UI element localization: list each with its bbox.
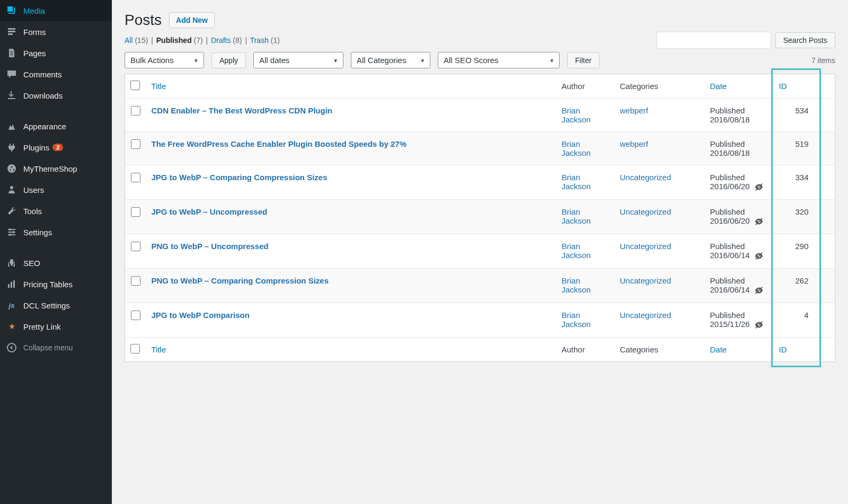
sidebar-item-label: Pricing Tables (23, 280, 73, 289)
pricing-icon (6, 279, 17, 289)
row-checkbox[interactable] (131, 311, 140, 320)
search-posts-button[interactable]: Search Posts (775, 32, 835, 48)
date-filter-select[interactable]: All dates (253, 52, 343, 68)
row-checkbox[interactable] (131, 106, 140, 116)
post-author-link[interactable]: Brian Jackson (562, 242, 591, 260)
add-new-button[interactable]: Add New (169, 12, 215, 28)
svg-rect-1 (8, 31, 15, 32)
pages-icon (6, 48, 17, 58)
sidebar-item-dcl-settings[interactable]: jsDCL Settings (0, 295, 112, 316)
column-title-footer[interactable]: Title (152, 345, 166, 354)
search-input[interactable] (657, 32, 771, 49)
row-checkbox[interactable] (131, 276, 140, 286)
post-title-link[interactable]: JPG to WebP – Uncompressed (152, 207, 268, 216)
post-id: 519 (774, 132, 819, 165)
filter-trash-link[interactable]: Trash (1) (250, 36, 280, 45)
seo-filter-select[interactable]: All SEO Scores (438, 52, 560, 68)
post-category-link[interactable]: Uncategorized (620, 207, 672, 216)
post-id: 262 (774, 269, 819, 303)
post-category-link[interactable]: webperf (620, 139, 648, 148)
collapse-label: Collapse menu (23, 343, 73, 352)
post-status: Published (710, 242, 768, 251)
post-category-link[interactable]: Uncategorized (620, 242, 672, 251)
post-category-link[interactable]: webperf (620, 106, 648, 115)
sidebar-item-downloads[interactable]: Downloads (0, 85, 112, 106)
main-content: Posts Add New All (15) | Published (7) |… (112, 0, 848, 504)
comments-icon (6, 69, 17, 79)
dcl-icon: js (6, 300, 17, 311)
downloads-icon (6, 90, 17, 101)
row-checkbox[interactable] (131, 139, 140, 149)
post-title-link[interactable]: JPG to WebP Comparison (152, 311, 250, 320)
row-checkbox[interactable] (131, 242, 140, 251)
column-id[interactable]: ID (779, 82, 787, 91)
select-all-checkbox[interactable] (130, 81, 140, 90)
appearance-icon (6, 121, 17, 131)
admin-sidebar: MediaFormsPagesCommentsDownloadsAppearan… (0, 0, 112, 504)
post-status: Published (710, 276, 768, 285)
sidebar-item-pages[interactable]: Pages (0, 42, 112, 64)
bulk-actions-select[interactable]: Bulk Actions (125, 52, 204, 68)
post-author-link[interactable]: Brian Jackson (562, 276, 591, 294)
plugins-icon (6, 142, 17, 153)
row-checkbox[interactable] (131, 207, 140, 217)
column-date[interactable]: Date (710, 82, 727, 91)
sidebar-item-comments[interactable]: Comments (0, 64, 112, 85)
posts-table: Title Author Categories Date ID CDN Enab… (125, 74, 835, 362)
post-status: Published (710, 106, 768, 115)
post-title-link[interactable]: The Free WordPress Cache Enabler Plugin … (152, 139, 407, 148)
post-title-link[interactable]: CDN Enabler – The Best WordPress CDN Plu… (152, 106, 332, 115)
column-date-footer[interactable]: Date (710, 345, 727, 354)
post-id: 290 (774, 234, 819, 269)
sidebar-item-pretty-link[interactable]: ★Pretty Link (0, 316, 112, 337)
tools-icon (6, 206, 17, 216)
select-all-checkbox-footer[interactable] (130, 344, 140, 353)
post-author-link[interactable]: Brian Jackson (562, 311, 591, 329)
post-title-link[interactable]: JPG to WebP – Comparing Compression Size… (152, 173, 328, 182)
post-category-link[interactable]: Uncategorized (620, 311, 672, 320)
hidden-eye-icon (752, 285, 764, 294)
sidebar-item-forms[interactable]: Forms (0, 21, 112, 42)
filter-published-link[interactable]: Published (7) (156, 36, 203, 45)
sidebar-item-users[interactable]: Users (0, 179, 112, 200)
category-filter-select[interactable]: All Categories (351, 52, 430, 68)
filter-button[interactable]: Filter (567, 52, 599, 68)
filter-all-link[interactable]: All (15) (125, 36, 148, 45)
collapse-icon (6, 342, 17, 353)
column-id-footer[interactable]: ID (779, 345, 787, 354)
svg-point-7 (12, 231, 14, 233)
update-badge: 2 (52, 144, 63, 151)
sidebar-item-pricing-tables[interactable]: Pricing Tables (0, 273, 112, 295)
apply-button[interactable]: Apply (211, 52, 246, 68)
sidebar-item-tools[interactable]: Tools (0, 200, 112, 222)
sidebar-item-label: Plugins (23, 143, 49, 152)
table-row: JPG to WebP – UncompressedBrian JacksonU… (125, 200, 835, 234)
post-id: 320 (774, 200, 819, 234)
post-author-link[interactable]: Brian Jackson (562, 173, 591, 191)
post-title-link[interactable]: PNG to WebP – Comparing Compression Size… (152, 276, 329, 285)
post-category-link[interactable]: Uncategorized (620, 173, 672, 182)
post-author-link[interactable]: Brian Jackson (562, 106, 591, 124)
items-count: 7 items (811, 56, 835, 65)
sidebar-item-appearance[interactable]: Appearance (0, 116, 112, 137)
row-checkbox[interactable] (131, 173, 140, 182)
post-author-link[interactable]: Brian Jackson (562, 207, 591, 225)
post-title-link[interactable]: PNG to WebP – Uncompressed (152, 242, 269, 251)
filter-drafts-link[interactable]: Drafts (8) (211, 36, 242, 45)
sidebar-item-seo[interactable]: SEO (0, 252, 112, 273)
prettylink-icon: ★ (6, 321, 17, 332)
post-category-link[interactable]: Uncategorized (620, 276, 672, 285)
sidebar-item-label: Appearance (23, 122, 66, 131)
column-title[interactable]: Title (152, 82, 166, 91)
mythemeshop-icon (6, 163, 17, 174)
sidebar-item-plugins[interactable]: Plugins2 (0, 137, 112, 158)
table-row: PNG to WebP – UncompressedBrian JacksonU… (125, 234, 835, 269)
post-id: 334 (774, 165, 819, 200)
media-icon (6, 5, 17, 16)
post-author-link[interactable]: Brian Jackson (562, 139, 591, 157)
sidebar-item-settings[interactable]: Settings (0, 222, 112, 243)
sidebar-item-label: Pretty Link (23, 322, 61, 331)
sidebar-item-media[interactable]: Media (0, 0, 112, 21)
collapse-menu-button[interactable]: Collapse menu (0, 337, 112, 358)
sidebar-item-mythemeshop[interactable]: MyThemeShop (0, 158, 112, 179)
